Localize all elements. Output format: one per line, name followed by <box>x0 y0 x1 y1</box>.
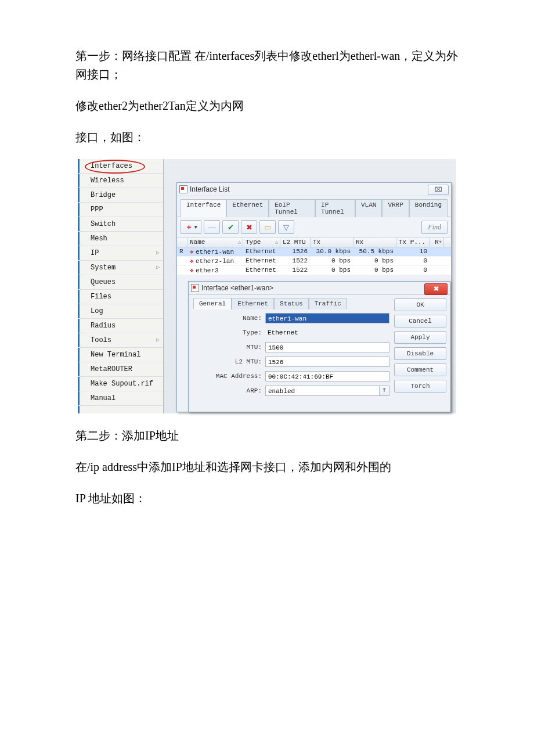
tab-ip-tunnel[interactable]: IP Tunnel <box>315 199 355 217</box>
table-cell <box>430 266 444 275</box>
type-value: Ethernet <box>265 327 389 338</box>
table-cell: 0 bps <box>311 257 353 265</box>
table-row[interactable]: R❖ether1-wanEthernet152630.0 kbps50.5 kb… <box>177 247 451 257</box>
interface-grid: Name△Type△L2 MTUTxRxTx P...R▼ R❖ether1-w… <box>177 237 451 275</box>
chevron-right-icon: ▷ <box>156 333 160 347</box>
column-header[interactable] <box>177 237 187 247</box>
table-cell: ❖ether2-lan <box>187 257 243 265</box>
filter-button[interactable]: ▽ <box>278 220 294 234</box>
paragraph-4: 第二步：添加IP地址 <box>75 426 459 445</box>
table-cell: 1526 <box>280 247 311 256</box>
ok-button[interactable]: OK <box>394 298 446 311</box>
sidebar-item-queues[interactable]: Queues <box>78 275 163 290</box>
chevron-right-icon: ▷ <box>156 246 160 260</box>
disable-button[interactable]: ✖ <box>241 220 257 234</box>
dropdown-icon[interactable]: Ŧ <box>379 386 389 395</box>
sidebar-item-ip[interactable]: IP▷ <box>78 246 163 261</box>
tab-vlan[interactable]: VLAN <box>355 199 382 217</box>
field-label: L2 MTU: <box>193 358 265 365</box>
name-input[interactable]: ether1-wan <box>265 313 389 323</box>
sidebar-item-tools[interactable]: Tools▷ <box>78 333 163 348</box>
table-cell: 10 <box>396 247 430 256</box>
sidebar-item-files[interactable]: Files <box>78 290 163 304</box>
find-button[interactable]: Find <box>421 221 448 234</box>
table-cell <box>430 257 444 265</box>
tab-interface[interactable]: Interface <box>181 199 226 217</box>
remove-button[interactable]: — <box>204 220 220 234</box>
toolbar: ＋ — ✔ ✖ ▭ ▽ Find <box>177 217 451 237</box>
table-row[interactable]: ❖ether2-lanEthernet15220 bps0 bps0 <box>177 257 451 266</box>
sidebar: InterfacesWirelessBridgePPPSwitchMeshIP▷… <box>78 159 164 413</box>
comment-button[interactable]: Comment <box>394 363 446 376</box>
sidebar-item-manual[interactable]: Manual <box>78 391 163 406</box>
l2mtu-input[interactable]: 1526 <box>265 357 389 367</box>
column-header[interactable]: Rx <box>353 237 396 247</box>
table-cell: ❖ether1-wan <box>187 247 243 256</box>
paragraph-5: 在/ip address中添加IP地址和选择网卡接口，添加内网和外围的 <box>75 458 459 476</box>
sidebar-item-switch[interactable]: Switch <box>78 217 163 232</box>
arp-select[interactable]: enabled Ŧ <box>265 386 389 396</box>
comment-button[interactable]: ▭ <box>259 220 276 234</box>
table-cell <box>430 247 444 256</box>
window-title: Interface List ⌧ <box>177 183 451 196</box>
sidebar-item-radius[interactable]: Radius <box>78 319 163 333</box>
field-label: ARP: <box>193 387 265 394</box>
column-header[interactable]: Tx <box>311 237 353 247</box>
sidebar-item-new-terminal[interactable]: New Terminal <box>78 348 163 362</box>
table-cell <box>177 266 187 275</box>
sidebar-item-mesh[interactable]: Mesh <box>78 232 163 246</box>
column-header[interactable]: Name△ <box>187 237 243 247</box>
paragraph-6: IP 地址如图： <box>75 489 459 507</box>
enable-button[interactable]: ✔ <box>222 220 239 234</box>
sidebar-item-make-supout-rif[interactable]: Make Supout.rif <box>78 377 163 391</box>
field-label: Type: <box>193 329 265 336</box>
tabs: GeneralEthernetStatusTraffic <box>193 297 389 309</box>
table-cell: ❖ether3 <box>187 266 243 275</box>
add-button[interactable]: ＋ <box>181 220 201 234</box>
tab-traffic[interactable]: Traffic <box>309 298 347 309</box>
cancel-button[interactable]: Cancel <box>394 315 446 327</box>
mtu-input[interactable]: 1500 <box>265 342 389 352</box>
column-header[interactable]: Tx P... <box>396 237 430 247</box>
apply-button[interactable]: Apply <box>394 331 446 344</box>
field-label: MAC Address: <box>193 373 265 380</box>
sidebar-item-bridge[interactable]: Bridge <box>78 188 163 203</box>
window-title-text: Interface List <box>190 185 230 193</box>
table-cell: 1522 <box>280 266 311 275</box>
tab-ethernet[interactable]: Ethernet <box>232 298 274 309</box>
torch-button[interactable]: Torch <box>394 380 446 393</box>
column-header[interactable]: L2 MTU <box>280 237 311 247</box>
tab-vrrp[interactable]: VRRP <box>382 199 409 217</box>
tab-general[interactable]: General <box>193 298 232 309</box>
paragraph-2: 修改ether2为ether2Tan定义为内网 <box>75 96 459 115</box>
table-cell: 0 <box>396 257 430 265</box>
sidebar-item-log[interactable]: Log <box>78 304 163 319</box>
table-cell: 0 bps <box>311 266 353 275</box>
column-header[interactable]: Type△ <box>243 237 280 247</box>
tab-status[interactable]: Status <box>274 298 309 309</box>
window-icon <box>179 185 187 193</box>
table-cell: Ethernet <box>243 247 280 256</box>
table-cell: 1522 <box>280 257 311 265</box>
table-cell: Ethernet <box>243 257 280 265</box>
column-header[interactable]: R▼ <box>430 237 444 247</box>
screenshot-1: InterfacesWirelessBridgePPPSwitchMeshIP▷… <box>78 159 456 413</box>
sidebar-item-wireless[interactable]: Wireless <box>78 174 163 188</box>
table-cell: 30.0 kbps <box>311 247 353 256</box>
window-title-text: Interface <ether1-wan> <box>201 284 273 292</box>
tab-bonding[interactable]: Bonding <box>409 199 448 217</box>
close-button[interactable]: ✖ <box>424 283 448 295</box>
disable-button[interactable]: Disable <box>394 347 446 360</box>
close-button[interactable]: ⌧ <box>428 185 449 195</box>
sidebar-item-ppp[interactable]: PPP <box>78 203 163 217</box>
tab-ethernet[interactable]: Ethernet <box>226 199 269 217</box>
table-cell: Ethernet <box>243 266 280 275</box>
sidebar-item-interfaces[interactable]: Interfaces <box>78 159 163 174</box>
sidebar-item-metarouter[interactable]: MetaROUTER <box>78 362 163 377</box>
table-row[interactable]: ❖ether3Ethernet15220 bps0 bps0 <box>177 266 451 275</box>
sidebar-item-system[interactable]: System▷ <box>78 261 163 275</box>
mac-input[interactable]: 00:0C:42:41:69:BF <box>265 371 389 381</box>
table-cell: 0 bps <box>353 257 396 265</box>
table-cell: 0 <box>396 266 430 275</box>
tab-eoip-tunnel[interactable]: EoIP Tunnel <box>269 199 315 217</box>
